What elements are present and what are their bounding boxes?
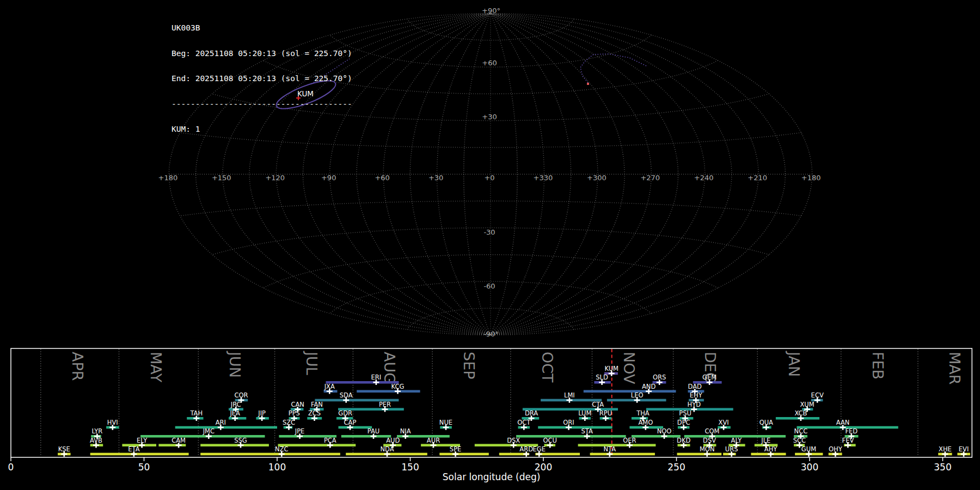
shower-label-FED: FED	[845, 427, 857, 435]
x-tick-label-200: 200	[535, 462, 552, 473]
shower-bar-MON	[677, 453, 722, 456]
month-label-JUN: JUN	[226, 351, 243, 378]
shower-label-NZC: NZC	[275, 445, 289, 453]
shower-label-EVI: EVI	[959, 445, 969, 453]
shower-label-JLE: JLE	[761, 437, 770, 444]
lon-label-+120: +120	[265, 174, 285, 182]
lon-label-+60: +60	[375, 174, 389, 182]
radiant-trail-arc	[580, 54, 646, 83]
shower-label-SCC: SCC	[793, 437, 806, 444]
x-tick-label-150: 150	[401, 462, 419, 473]
shower-bar-ARI	[175, 426, 277, 429]
month-label-OCT: OCT	[539, 352, 556, 383]
lon-label-+0: +0	[484, 174, 494, 182]
shower-label-XCB: XCB	[794, 409, 807, 417]
shower-label-RPU: RPU	[599, 409, 612, 417]
shower-count-line: KUM: 1	[171, 125, 352, 134]
x-tick-label-350: 350	[934, 462, 951, 473]
shower-label-LMI: LMI	[564, 391, 575, 399]
shower-label-XHE: XHE	[939, 445, 952, 453]
shower-label-QUA: QUA	[759, 419, 773, 426]
separator-line: --------------------------------------	[171, 100, 352, 109]
shower-label-LYR: LYR	[91, 427, 102, 435]
x-axis-title: Solar longitude (deg)	[443, 471, 541, 482]
shower-bar-OER	[578, 444, 656, 446]
shower-label-JPE: JPE	[295, 427, 305, 435]
month-label-MAR: MAR	[946, 352, 963, 385]
meridian-line	[491, 14, 651, 335]
shower-label-NOO: NOO	[657, 427, 672, 435]
shower-label-AMO: AMO	[638, 419, 653, 426]
month-label-JAN: JAN	[786, 351, 803, 377]
begin-time-line: Beg: 20251108 05:20:13 (sol = 225.70°)	[171, 50, 352, 58]
shower-label-CAP: CAP	[344, 419, 357, 426]
shower-label-OHY: OHY	[829, 445, 843, 453]
shower-label-CAM: CAM	[171, 437, 186, 444]
shower-bar-XCB	[776, 417, 819, 420]
shower-label-DAD: DAD	[688, 383, 702, 390]
month-label-JUL: JUL	[303, 351, 320, 375]
shower-bar-ETA	[90, 453, 189, 456]
shower-label-AUD: AUD	[386, 437, 400, 444]
shower-bar-STA	[516, 435, 626, 438]
shower-label-NTA: NTA	[603, 445, 616, 453]
lon-label-+30: +30	[428, 174, 443, 182]
month-label-AUG: AUG	[381, 352, 398, 384]
shower-label-EHY: EHY	[690, 391, 703, 399]
shower-label-JEA: JEA	[229, 409, 240, 417]
lon-label-+150: +150	[212, 174, 231, 182]
shower-label-DKD: DKD	[677, 437, 690, 444]
shower-label-AHY: AHY	[764, 445, 778, 453]
shower-label-PER: PER	[379, 401, 391, 408]
x-tick-label-250: 250	[667, 462, 685, 473]
shower-label-PCA: PCA	[324, 437, 336, 444]
lon-label-+90: +90	[321, 174, 336, 182]
shower-label-OER: OER	[623, 437, 636, 444]
shower-label-ELY: ELY	[137, 437, 148, 444]
month-label-APR: APR	[69, 352, 86, 381]
shower-label-JRC: JRC	[230, 401, 241, 408]
shower-label-AVB: AVB	[90, 437, 102, 444]
shower-label-JMC: JMC	[203, 427, 215, 435]
shower-bar-CAM	[158, 444, 186, 446]
shower-label-THA: THA	[636, 409, 650, 417]
meridian-line	[330, 14, 491, 335]
parallel-line	[407, 308, 574, 329]
lon-label-+180: +180	[801, 174, 821, 182]
shower-bar-SSG	[200, 444, 269, 446]
shower-label-PAU: PAU	[367, 427, 379, 435]
shower-label-SSG: SSG	[234, 437, 247, 444]
month-label-NOV: NOV	[621, 352, 638, 384]
shower-label-NDA: NDA	[380, 445, 394, 453]
shower-label-GEM: GEM	[702, 373, 716, 381]
shower-label-SLD: SLD	[596, 373, 608, 381]
shower-label-FEV: FEV	[842, 437, 854, 444]
shower-bar-NOO	[632, 435, 681, 438]
shower-label-DSV: DSV	[703, 437, 716, 444]
shower-label-XVI: XVI	[719, 419, 729, 426]
shower-label-CTA: CTA	[592, 401, 604, 408]
lon-label-+240: +240	[694, 174, 714, 182]
shower-label-MON: MON	[700, 445, 715, 453]
x-tick-label-50: 50	[138, 462, 150, 473]
shower-label-FAN: FAN	[311, 401, 323, 408]
lat-label--60: -60	[483, 282, 495, 290]
lat-label-+60: +60	[482, 59, 497, 67]
shower-label-GDR: GDR	[338, 409, 352, 417]
shower-label-PPS: PPS	[289, 409, 300, 417]
lon-label-+300: +300	[587, 174, 607, 182]
shower-label-ETA: ETA	[128, 445, 139, 453]
shower-bar-NZC	[200, 453, 340, 456]
x-tick-label-100: 100	[268, 462, 286, 473]
lat-label--30: -30	[483, 228, 495, 236]
lat-label--90: -90°	[483, 330, 499, 338]
month-label-SEP: SEP	[461, 352, 477, 379]
shower-labels: KSEETANZCNDASPEARDEGENTAMONURSAHYGUMOHYX…	[58, 365, 969, 453]
shower-label-AND: AND	[642, 383, 656, 390]
shower-label-OCT: OCT	[517, 419, 531, 426]
lat-label-+90: +90°	[482, 7, 500, 15]
shower-label-KUM: KUM	[604, 365, 618, 372]
shower-label-AAN: AAN	[836, 419, 850, 426]
shower-label-LEO: LEO	[631, 391, 644, 399]
shower-label-KCG: KCG	[391, 383, 405, 390]
